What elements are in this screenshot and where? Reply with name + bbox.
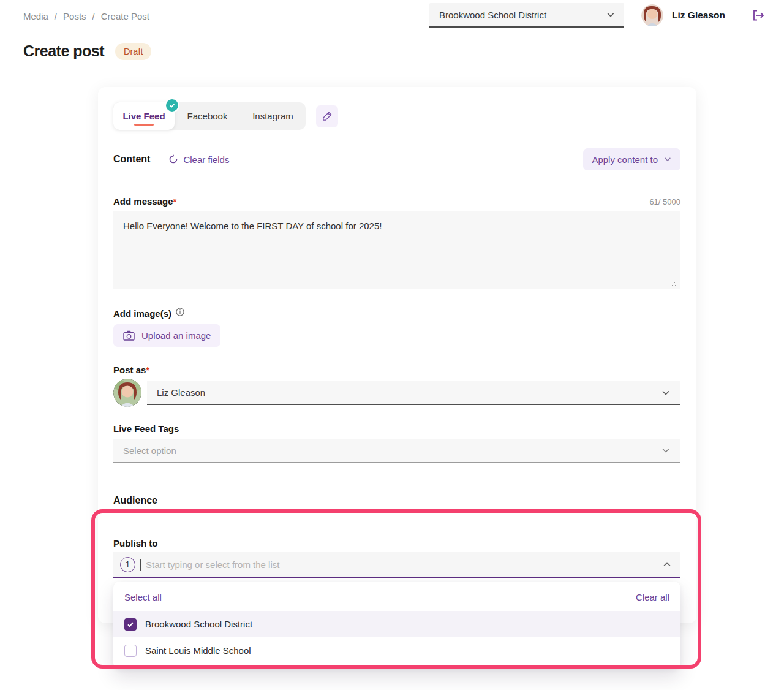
publish-to-combobox[interactable]: 1	[113, 552, 680, 578]
publish-option-label: Brookwood School District	[145, 619, 252, 629]
publish-option-saint-louis[interactable]: Saint Louis Middle School	[113, 637, 680, 664]
publish-option-brookwood[interactable]: Brookwood School District	[113, 611, 680, 637]
top-bar: Media / Posts / Create Post Brookwood Sc…	[0, 0, 784, 28]
upload-image-button[interactable]: Upload an image	[113, 324, 221, 347]
info-icon[interactable]	[176, 308, 184, 316]
breadcrumb-create-post: Create Post	[101, 11, 149, 21]
user-name: Liz Gleason	[672, 10, 725, 21]
post-as-label-row: Post as*	[113, 365, 680, 375]
selected-count-badge: 1	[120, 557, 135, 572]
upload-image-label: Upload an image	[141, 330, 211, 341]
select-all-button[interactable]: Select all	[124, 592, 162, 602]
live-feed-tags-placeholder: Select option	[123, 445, 176, 456]
add-images-label-row: Add image(s)	[113, 308, 680, 319]
post-as-label: Post as*	[113, 365, 149, 375]
publish-to-input[interactable]	[146, 559, 657, 570]
tab-instagram[interactable]: Instagram	[240, 102, 306, 130]
district-selector[interactable]: Brookwood School District	[429, 3, 624, 28]
section-divider	[113, 181, 680, 181]
tab-instagram-label: Instagram	[252, 111, 293, 121]
platform-tabs-row: Live Feed Facebook Instagram	[113, 102, 680, 130]
checkbox-checked-icon[interactable]	[124, 618, 137, 631]
breadcrumb-media[interactable]: Media	[23, 11, 48, 21]
add-images-label: Add image(s)	[113, 308, 172, 319]
text-caret	[140, 559, 141, 571]
resize-handle[interactable]	[671, 280, 677, 287]
post-as-select[interactable]: Liz Gleason	[147, 381, 680, 405]
message-textarea-wrap: Hello Everyone! Welcome to the FIRST DAY…	[113, 211, 680, 292]
create-post-page: Media / Posts / Create Post Brookwood Sc…	[0, 0, 784, 690]
content-section-header: Content Clear fields Apply content to	[113, 148, 680, 170]
publish-to-dropdown: Select all Clear all Brookwood School Di…	[113, 582, 680, 669]
avatar[interactable]	[641, 4, 663, 26]
reset-icon	[168, 154, 178, 164]
checkbox-unchecked-icon[interactable]	[124, 645, 137, 657]
publish-option-label: Saint Louis Middle School	[145, 645, 251, 656]
breadcrumb-separator: /	[55, 11, 57, 21]
logout-icon[interactable]	[750, 7, 767, 24]
platform-tab-group: Live Feed Facebook Instagram	[113, 102, 306, 130]
breadcrumb: Media / Posts / Create Post	[23, 11, 149, 21]
character-count: 61/ 5000	[649, 197, 680, 207]
breadcrumb-separator: /	[92, 11, 95, 21]
tab-facebook[interactable]: Facebook	[175, 102, 240, 130]
tab-live-feed-label: Live Feed	[123, 111, 165, 121]
dropdown-actions-row: Select all Clear all	[113, 582, 680, 611]
district-selector-value: Brookwood School District	[439, 10, 546, 20]
tab-facebook-label: Facebook	[187, 111, 228, 121]
content-heading: Content	[113, 154, 150, 165]
apply-content-to-button[interactable]: Apply content to	[583, 148, 680, 170]
tab-live-feed[interactable]: Live Feed	[113, 102, 175, 130]
audience-heading: Audience	[113, 495, 680, 506]
add-message-label: Add message*	[113, 196, 176, 207]
post-as-avatar	[113, 379, 141, 407]
status-badge: Draft	[115, 43, 151, 60]
clear-fields-label: Clear fields	[183, 154, 229, 165]
publish-to-label: Publish to	[113, 538, 680, 548]
required-asterisk: *	[146, 365, 149, 375]
chevron-down-icon	[606, 10, 616, 20]
post-as-row: Liz Gleason	[113, 379, 680, 407]
top-bar-right: Brookwood School District Liz Gleason	[429, 3, 767, 28]
create-post-card: Live Feed Facebook Instagram	[98, 87, 696, 623]
clear-all-button[interactable]: Clear all	[636, 592, 669, 602]
chevron-up-icon[interactable]	[662, 559, 672, 569]
post-as-value: Liz Gleason	[157, 387, 205, 398]
apply-content-to-label: Apply content to	[592, 154, 658, 165]
title-row: Create post Draft	[23, 42, 784, 60]
page-title: Create post	[23, 42, 104, 60]
chevron-down-icon	[661, 445, 671, 455]
camera-icon	[123, 330, 135, 341]
chevron-down-icon	[663, 155, 672, 164]
chevron-down-icon	[661, 388, 671, 398]
breadcrumb-posts[interactable]: Posts	[63, 11, 86, 21]
live-feed-tags-label-row: Live Feed Tags	[113, 423, 680, 434]
live-feed-tags-label: Live Feed Tags	[113, 423, 179, 434]
add-message-label-row: Add message* 61/ 5000	[113, 196, 680, 207]
active-tab-underline	[134, 124, 154, 126]
live-feed-tags-select[interactable]: Select option	[113, 439, 680, 463]
required-asterisk: *	[173, 196, 177, 207]
clear-fields-button[interactable]: Clear fields	[168, 154, 229, 165]
message-textarea[interactable]: Hello Everyone! Welcome to the FIRST DAY…	[113, 211, 680, 289]
edit-tabs-button[interactable]	[316, 105, 338, 127]
pencil-icon	[322, 110, 333, 122]
